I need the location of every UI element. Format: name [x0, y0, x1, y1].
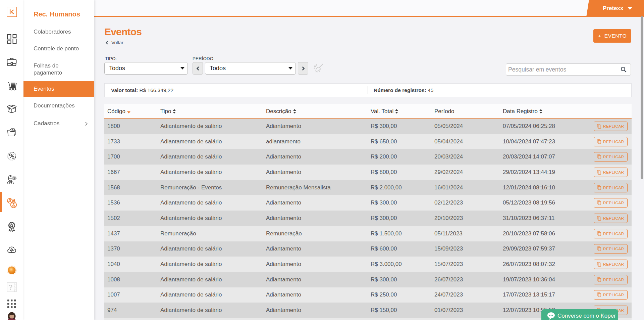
svg-text:A: A [14, 290, 15, 292]
svg-text:?: ? [8, 283, 12, 291]
